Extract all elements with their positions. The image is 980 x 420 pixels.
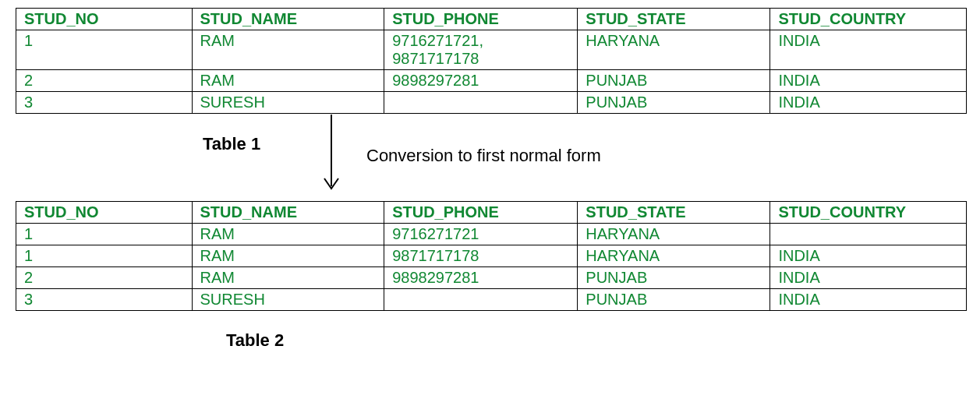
table-1-header-stud-no: STUD_NO — [16, 9, 193, 30]
table-1: STUD_NO STUD_NAME STUD_PHONE STUD_STATE … — [16, 8, 967, 114]
conversion-label: Conversion to first normal form — [366, 146, 601, 166]
cell-stud-country: INDIA — [770, 267, 967, 289]
cell-stud-no: 1 — [16, 224, 193, 245]
table-row: 3 SURESH PUNJAB INDIA — [16, 92, 967, 114]
table-row: 3 SURESH PUNJAB INDIA — [16, 289, 967, 311]
cell-stud-phone: 9898297281 — [384, 267, 578, 289]
table-1-header-stud-state: STUD_STATE — [578, 9, 770, 30]
table-row: 2 RAM 9898297281 PUNJAB INDIA — [16, 267, 967, 289]
table-2-header-stud-no: STUD_NO — [16, 202, 193, 224]
table-row: 1 RAM 9716271721 HARYANA — [16, 224, 967, 245]
cell-stud-no: 1 — [16, 30, 193, 70]
table-row: 2 RAM 9898297281 PUNJAB INDIA — [16, 70, 967, 92]
table-1-header-row: STUD_NO STUD_NAME STUD_PHONE STUD_STATE … — [16, 9, 967, 30]
cell-stud-state: HARYANA — [578, 30, 770, 70]
cell-stud-state: HARYANA — [578, 224, 770, 245]
cell-stud-country: INDIA — [770, 92, 967, 114]
table-1-header-stud-name: STUD_NAME — [192, 9, 384, 30]
table-2-caption: Table 2 — [226, 330, 980, 351]
table-2-header-stud-phone: STUD_PHONE — [384, 202, 578, 224]
cell-stud-state: PUNJAB — [578, 92, 770, 114]
table-2-header-stud-name: STUD_NAME — [192, 202, 384, 224]
cell-stud-state: HARYANA — [578, 245, 770, 267]
table-row: 1 RAM 9716271721,9871717178 HARYANA INDI… — [16, 30, 967, 70]
table-2-header-stud-state: STUD_STATE — [578, 202, 770, 224]
table-2: STUD_NO STUD_NAME STUD_PHONE STUD_STATE … — [16, 201, 967, 311]
cell-stud-no: 3 — [16, 92, 193, 114]
caption-row-1: Table 1 Conversion to first normal form — [8, 118, 980, 196]
cell-stud-state: PUNJAB — [578, 267, 770, 289]
cell-stud-name: RAM — [192, 30, 384, 70]
cell-stud-name: SURESH — [192, 92, 384, 114]
cell-stud-name: RAM — [192, 245, 384, 267]
table-1-header-stud-country: STUD_COUNTRY — [770, 9, 967, 30]
cell-stud-state: PUNJAB — [578, 289, 770, 311]
table-1-caption: Table 1 — [203, 134, 260, 154]
cell-stud-no: 3 — [16, 289, 193, 311]
cell-stud-no: 2 — [16, 70, 193, 92]
cell-stud-state: PUNJAB — [578, 70, 770, 92]
cell-stud-no: 1 — [16, 245, 193, 267]
cell-stud-country: INDIA — [770, 30, 967, 70]
table-row: 1 RAM 9871717178 HARYANA INDIA — [16, 245, 967, 267]
cell-stud-phone: 9716271721,9871717178 — [384, 30, 578, 70]
cell-stud-name: RAM — [192, 70, 384, 92]
cell-stud-phone: 9716271721 — [384, 224, 578, 245]
table-2-header-stud-country: STUD_COUNTRY — [770, 202, 967, 224]
cell-stud-country — [770, 224, 967, 245]
cell-stud-country: INDIA — [770, 70, 967, 92]
cell-stud-country: INDIA — [770, 289, 967, 311]
cell-stud-name: RAM — [192, 224, 384, 245]
cell-stud-country: INDIA — [770, 245, 967, 267]
table-1-header-stud-phone: STUD_PHONE — [384, 9, 578, 30]
cell-stud-phone — [384, 92, 578, 114]
cell-stud-phone — [384, 289, 578, 311]
down-arrow-icon — [320, 115, 343, 196]
cell-stud-name: SURESH — [192, 289, 384, 311]
cell-stud-phone: 9871717178 — [384, 245, 578, 267]
table-2-header-row: STUD_NO STUD_NAME STUD_PHONE STUD_STATE … — [16, 202, 967, 224]
cell-stud-no: 2 — [16, 267, 193, 289]
cell-stud-phone: 9898297281 — [384, 70, 578, 92]
cell-stud-name: RAM — [192, 267, 384, 289]
